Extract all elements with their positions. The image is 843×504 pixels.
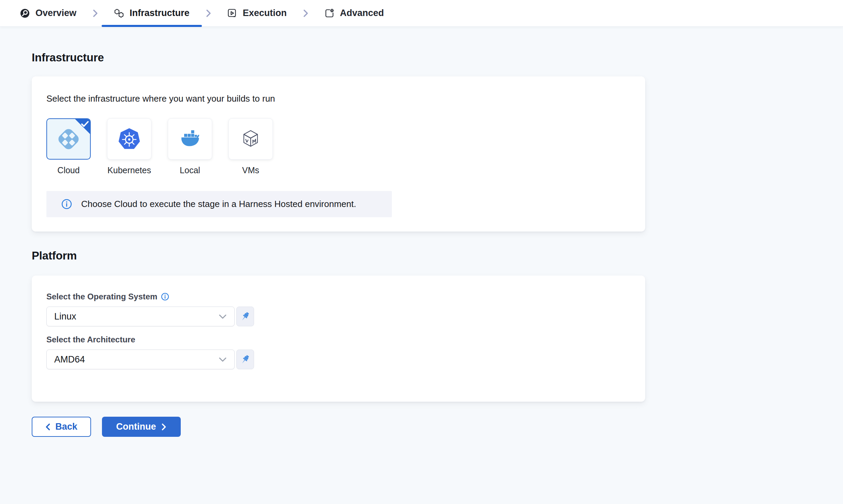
tab-label: Execution: [243, 8, 287, 18]
tile-label: Kubernetes: [107, 165, 151, 175]
arch-label-text: Select the Architecture: [46, 335, 135, 344]
chevron-left-icon: [45, 423, 50, 431]
continue-button[interactable]: Continue: [102, 417, 181, 437]
tab-execution[interactable]: Execution: [215, 0, 299, 27]
cloud-info-banner: Choose Cloud to execute the stage in a H…: [46, 191, 392, 217]
kubernetes-icon: [117, 127, 141, 151]
os-select-value: Linux: [54, 311, 76, 322]
infrastructure-card: Select the infrastructure where you want…: [32, 76, 645, 232]
platform-heading: Platform: [32, 249, 843, 262]
tab-overview[interactable]: Overview: [8, 0, 89, 27]
execution-icon: [227, 8, 237, 18]
tab-label: Infrastructure: [130, 8, 190, 18]
stage-tabbar: Overview Infrastructure Executio: [0, 0, 843, 27]
continue-button-label: Continue: [116, 421, 156, 432]
infrastructure-heading: Infrastructure: [32, 51, 843, 64]
arch-field-label: Select the Architecture: [46, 335, 631, 344]
back-button-label: Back: [55, 421, 77, 432]
tab-label: Overview: [35, 8, 76, 18]
vms-tile[interactable]: [228, 118, 273, 160]
infrastructure-option-cloud: Cloud: [46, 118, 91, 175]
info-icon[interactable]: [161, 293, 169, 301]
infrastructure-icon: [114, 8, 124, 18]
vm-cube-icon: [239, 127, 263, 151]
info-icon: [61, 199, 72, 209]
docker-icon: [178, 127, 202, 151]
arch-select-value: AMD64: [54, 354, 85, 365]
infrastructure-option-vms: VMs: [228, 118, 273, 175]
back-button[interactable]: Back: [32, 417, 91, 437]
os-select-row: Linux: [46, 307, 631, 326]
arch-select[interactable]: AMD64: [46, 350, 235, 369]
platform-card: Select the Operating System Linux: [32, 276, 645, 402]
chevron-down-icon: [219, 357, 227, 362]
chevron-right-icon: [300, 8, 311, 18]
tile-label: Cloud: [57, 165, 79, 175]
os-label-text: Select the Operating System: [46, 292, 157, 301]
tile-label: VMs: [242, 165, 259, 175]
infrastructure-option-local: Local: [168, 118, 212, 175]
tile-label: Local: [180, 165, 200, 175]
infrastructure-option-kubernetes: Kubernetes: [107, 118, 151, 175]
os-select[interactable]: Linux: [46, 307, 235, 326]
advanced-icon: [324, 8, 335, 18]
local-tile[interactable]: [168, 118, 212, 160]
overview-icon: [20, 8, 30, 18]
chevron-right-icon: [90, 8, 100, 18]
arch-select-row: AMD64: [46, 350, 631, 369]
stage-config-content: Infrastructure Select the infrastructure…: [0, 51, 843, 437]
tab-label: Advanced: [340, 8, 384, 18]
infrastructure-prompt: Select the infrastructure where you want…: [46, 93, 631, 104]
arch-pin-button[interactable]: [236, 350, 254, 369]
tab-advanced[interactable]: Advanced: [312, 0, 396, 27]
pin-icon: [239, 354, 251, 365]
chevron-right-icon: [162, 423, 166, 431]
harness-cloud-icon: [56, 126, 82, 152]
tab-infrastructure[interactable]: Infrastructure: [102, 0, 202, 27]
os-field-label: Select the Operating System: [46, 292, 631, 301]
banner-text: Choose Cloud to execute the stage in a H…: [81, 199, 356, 209]
wizard-actions: Back Continue: [32, 417, 843, 437]
infrastructure-options: Cloud: [46, 118, 631, 175]
pin-icon: [239, 311, 251, 322]
active-tab-underline: [102, 25, 202, 27]
cloud-tile[interactable]: [46, 118, 91, 160]
os-pin-button[interactable]: [236, 307, 254, 326]
chevron-right-icon: [203, 8, 213, 18]
chevron-down-icon: [219, 314, 227, 319]
kubernetes-tile[interactable]: [107, 118, 151, 160]
